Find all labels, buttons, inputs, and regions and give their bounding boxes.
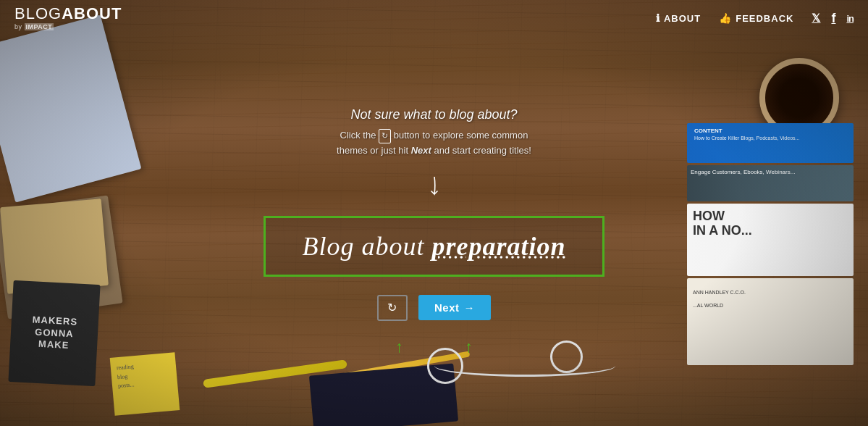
logo-blog: BLOG bbox=[14, 4, 62, 22]
about-link[interactable]: ℹ ABOUT bbox=[656, 12, 701, 24]
twitter-link[interactable]: 𝕏 bbox=[812, 12, 820, 25]
tooltip-desc-line3: and start creating titles! bbox=[434, 145, 531, 156]
logo-about: ABOUT bbox=[62, 4, 122, 22]
refresh-mini-icon: ↻ bbox=[379, 129, 391, 143]
tooltip-desc-line1: Click the bbox=[340, 130, 376, 141]
logo-by: by bbox=[14, 23, 22, 30]
logo[interactable]: BLOGABOUT by IMPACT bbox=[14, 6, 122, 30]
tooltip-title: Not sure what to blog about? bbox=[337, 107, 531, 122]
nav-links: ℹ ABOUT 👍 FEEDBACK 𝕏 f in bbox=[656, 11, 854, 26]
down-arrow-svg bbox=[424, 177, 445, 206]
feedback-label: FEEDBACK bbox=[736, 13, 793, 24]
navbar: BLOGABOUT by IMPACT ℹ ABOUT 👍 FEEDBACK 𝕏… bbox=[0, 0, 868, 36]
tooltip-next-bold: Next bbox=[411, 145, 431, 156]
tooltip-desc-line2: themes or just hit bbox=[337, 145, 408, 156]
thumbs-up-icon: 👍 bbox=[719, 12, 732, 24]
twitter-icon: 𝕏 bbox=[812, 12, 820, 24]
facebook-link[interactable]: f bbox=[831, 11, 835, 26]
feedback-link[interactable]: 👍 FEEDBACK bbox=[719, 12, 793, 24]
logo-text: BLOGABOUT bbox=[14, 6, 122, 22]
buttons-row: ↻ Next → bbox=[377, 295, 491, 321]
blog-prefix: Blog about bbox=[302, 232, 431, 261]
blog-keyword: preparation bbox=[431, 232, 565, 261]
green-arrow-right: ↑ bbox=[465, 339, 473, 355]
main-content: Not sure what to blog about? Click the ↻… bbox=[0, 36, 868, 426]
green-arrows: ↑ ↑ bbox=[395, 339, 473, 355]
next-arrow-icon: → bbox=[464, 301, 476, 314]
logo-impact: IMPACT bbox=[25, 23, 54, 30]
facebook-icon: f bbox=[831, 11, 835, 25]
linkedin-icon: in bbox=[846, 13, 854, 24]
next-button[interactable]: Next → bbox=[418, 295, 491, 320]
green-arrow-left: ↑ bbox=[395, 339, 403, 355]
tooltip-area: Not sure what to blog about? Click the ↻… bbox=[337, 107, 531, 159]
next-label: Next bbox=[434, 301, 460, 314]
arrow-down bbox=[424, 177, 445, 209]
info-icon: ℹ bbox=[656, 12, 660, 24]
logo-sub: by IMPACT bbox=[14, 23, 54, 30]
refresh-icon: ↻ bbox=[387, 301, 397, 314]
refresh-button[interactable]: ↻ bbox=[377, 295, 408, 321]
tooltip-description: Click the ↻ button to explore some commo… bbox=[337, 128, 531, 159]
social-icons: 𝕏 f in bbox=[812, 11, 854, 26]
blog-title-text: Blog about preparation bbox=[302, 231, 565, 262]
blog-title-box: Blog about preparation bbox=[264, 216, 604, 277]
about-label: ABOUT bbox=[664, 13, 701, 24]
linkedin-link[interactable]: in bbox=[846, 12, 854, 25]
tooltip-desc-link: button to explore some common bbox=[394, 130, 528, 141]
